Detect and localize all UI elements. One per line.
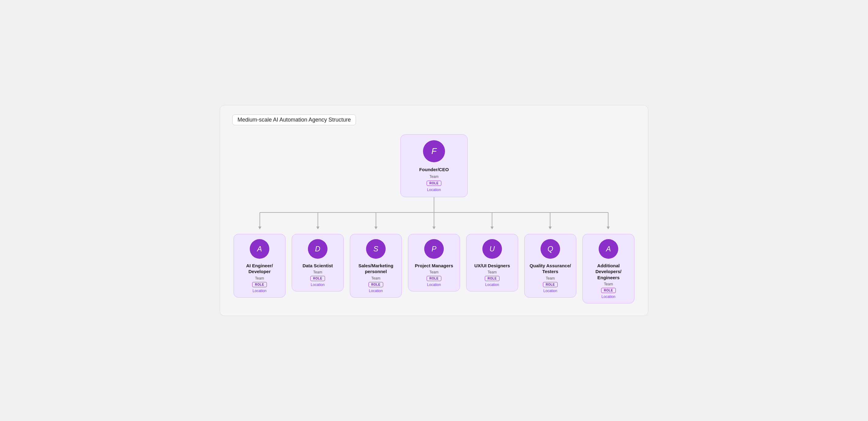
child-title-4: UX/UI Designers bbox=[474, 263, 510, 269]
child-card-4: U UX/UI Designers Team ROLE Location bbox=[466, 234, 518, 292]
child-title-3: Project Managers bbox=[415, 263, 453, 269]
child-avatar-4: U bbox=[483, 239, 502, 259]
svg-marker-7 bbox=[374, 226, 377, 229]
child-node-3: P Project Managers Team ROLE Location bbox=[408, 234, 460, 304]
child-location-6: Location bbox=[601, 295, 615, 299]
child-location-1: Location bbox=[311, 282, 324, 287]
child-avatar-6: A bbox=[599, 239, 618, 259]
page-title: Medium-scale AI Automation Agency Struct… bbox=[232, 115, 356, 125]
child-role-4: ROLE bbox=[485, 276, 499, 281]
child-location-5: Location bbox=[543, 289, 557, 293]
child-node-2: S Sales/Marketing personnel Team ROLE Lo… bbox=[350, 234, 402, 304]
svg-marker-3 bbox=[258, 226, 261, 229]
child-card-3: P Project Managers Team ROLE Location bbox=[408, 234, 460, 292]
child-role-6: ROLE bbox=[601, 288, 616, 293]
child-card-2: S Sales/Marketing personnel Team ROLE Lo… bbox=[350, 234, 402, 298]
svg-marker-5 bbox=[316, 226, 319, 229]
child-team-5: Team bbox=[546, 276, 555, 280]
root-location: Location bbox=[427, 188, 441, 192]
child-avatar-1: D bbox=[308, 239, 328, 259]
root-node: F Founder/CEO Team ROLE Location bbox=[400, 134, 468, 197]
chart-area: F Founder/CEO Team ROLE Location bbox=[232, 134, 636, 303]
child-team-4: Team bbox=[488, 270, 496, 274]
root-avatar: F bbox=[423, 140, 445, 162]
child-node-6: A Additional Developers/ Engineers Team … bbox=[583, 234, 634, 304]
child-node-0: A AI Engineer/ Developer Team ROLE Locat… bbox=[234, 234, 285, 304]
child-avatar-0: A bbox=[250, 239, 269, 259]
children-row: A AI Engineer/ Developer Team ROLE Locat… bbox=[232, 234, 636, 304]
child-team-6: Team bbox=[604, 282, 613, 286]
child-node-1: D Data Scientist Team ROLE Location bbox=[292, 234, 344, 304]
child-team-3: Team bbox=[429, 270, 438, 274]
child-role-2: ROLE bbox=[369, 282, 383, 287]
child-team-1: Team bbox=[313, 270, 322, 274]
page-wrapper: Medium-scale AI Automation Agency Struct… bbox=[220, 105, 648, 316]
root-card: F Founder/CEO Team ROLE Location bbox=[400, 134, 468, 197]
child-location-0: Location bbox=[252, 289, 266, 293]
root-role-badge: ROLE bbox=[427, 181, 441, 186]
child-card-0: A AI Engineer/ Developer Team ROLE Locat… bbox=[234, 234, 285, 298]
connector-svg bbox=[232, 197, 636, 234]
child-title-1: Data Scientist bbox=[302, 263, 333, 269]
child-node-4: U UX/UI Designers Team ROLE Location bbox=[466, 234, 518, 304]
child-role-1: ROLE bbox=[310, 276, 325, 281]
child-role-5: ROLE bbox=[543, 282, 558, 287]
child-node-5: Q Quality Assurance/ Testers Team ROLE L… bbox=[524, 234, 576, 304]
svg-marker-15 bbox=[607, 226, 610, 229]
child-title-6: Additional Developers/ Engineers bbox=[588, 263, 629, 281]
child-location-3: Location bbox=[427, 282, 441, 287]
svg-marker-9 bbox=[432, 226, 436, 229]
child-team-2: Team bbox=[371, 276, 380, 280]
child-title-0: AI Engineer/ Developer bbox=[239, 263, 280, 275]
child-card-6: A Additional Developers/ Engineers Team … bbox=[583, 234, 634, 304]
root-team: Team bbox=[429, 175, 438, 179]
child-avatar-3: P bbox=[424, 239, 444, 259]
child-card-1: D Data Scientist Team ROLE Location bbox=[292, 234, 344, 292]
child-avatar-5: Q bbox=[540, 239, 560, 259]
child-avatar-2: S bbox=[366, 239, 385, 259]
child-location-4: Location bbox=[485, 282, 499, 287]
child-title-5: Quality Assurance/ Testers bbox=[529, 263, 571, 275]
child-role-3: ROLE bbox=[427, 276, 441, 281]
svg-marker-13 bbox=[549, 226, 552, 229]
child-card-5: Q Quality Assurance/ Testers Team ROLE L… bbox=[524, 234, 576, 298]
svg-marker-11 bbox=[491, 226, 494, 229]
child-role-0: ROLE bbox=[252, 282, 267, 287]
child-team-0: Team bbox=[255, 276, 264, 280]
root-title: Founder/CEO bbox=[419, 167, 449, 173]
child-location-2: Location bbox=[369, 289, 382, 293]
child-title-2: Sales/Marketing personnel bbox=[355, 263, 397, 275]
